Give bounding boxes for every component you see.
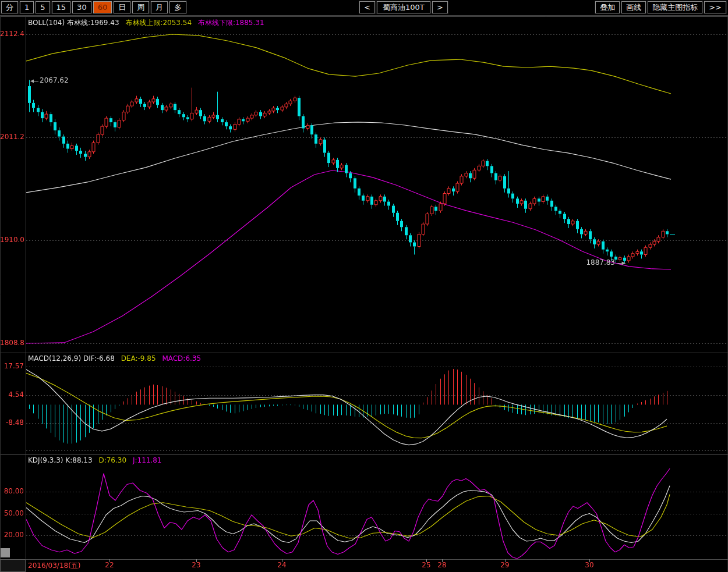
action-button-2[interactable]: 隐藏主图指标	[648, 1, 702, 13]
period-button-group: 分15153060日周月多	[1, 1, 186, 13]
chart-canvas[interactable]	[0, 0, 728, 572]
action-button-group: 叠加画线隐藏主图指标>>	[595, 1, 726, 13]
symbol-nav-group: < 蜀商油100T >	[359, 1, 448, 13]
period-button-9[interactable]: 多	[169, 1, 186, 13]
action-button-3[interactable]: >>	[704, 1, 726, 13]
trading-app-window: 分15153060日周月多 < 蜀商油100T > 叠加画线隐藏主图指标>> B…	[0, 0, 728, 572]
period-button-8[interactable]: 月	[151, 1, 168, 13]
toolbar: 分15153060日周月多 < 蜀商油100T > 叠加画线隐藏主图指标>>	[0, 0, 728, 16]
period-button-6[interactable]: 日	[114, 1, 130, 13]
period-button-2[interactable]: 5	[36, 1, 50, 13]
date-axis-corner-cell	[0, 559, 26, 572]
action-button-1[interactable]: 画线	[621, 1, 646, 13]
period-button-4[interactable]: 30	[72, 1, 91, 13]
next-symbol-button[interactable]: >	[432, 1, 448, 13]
action-button-0[interactable]: 叠加	[595, 1, 620, 13]
period-button-1[interactable]: 1	[20, 1, 34, 13]
period-button-3[interactable]: 15	[52, 1, 71, 13]
period-button-7[interactable]: 周	[132, 1, 149, 13]
panel-corner-handle[interactable]	[1, 548, 10, 557]
symbol-selector[interactable]: 蜀商油100T	[377, 1, 430, 13]
period-button-5[interactable]: 60	[93, 1, 112, 13]
period-button-0[interactable]: 分	[1, 1, 18, 13]
prev-symbol-button[interactable]: <	[359, 1, 375, 13]
